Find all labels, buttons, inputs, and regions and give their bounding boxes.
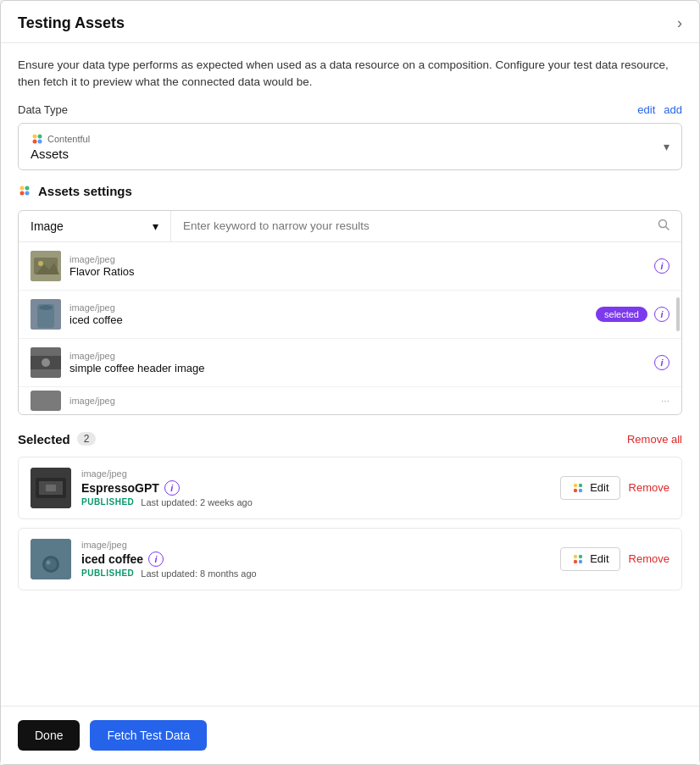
asset-list-item-partial[interactable]: image/jpeg ···	[19, 387, 681, 414]
asset-name: iced coffee	[69, 313, 587, 326]
svg-point-35	[579, 559, 582, 563]
asset-thumbnail	[31, 347, 61, 378]
selected-name: iced coffee	[81, 552, 143, 566]
selected-actions: Edit Remove	[560, 476, 669, 500]
partial-ellipsis-icon: ···	[661, 395, 669, 407]
type-filter-dropdown[interactable]: Image ▾	[19, 211, 171, 241]
asset-name: simple coffee header image	[69, 362, 646, 374]
data-type-row: Data Type edit add	[18, 103, 682, 116]
type-filter-chevron-icon: ▾	[153, 219, 158, 233]
selected-item: image/jpeg iced coffee i PUBLISHED Last …	[18, 528, 682, 590]
panel-footer: Done Fetch Test Data	[1, 706, 699, 764]
last-updated-text: Last updated: 8 months ago	[141, 568, 256, 579]
selected-mime: image/jpeg	[81, 468, 550, 479]
assets-settings-header: Assets settings	[18, 184, 682, 198]
selected-info-icon[interactable]: i	[164, 480, 180, 496]
asset-info: image/jpeg simple coffee header image	[69, 351, 646, 374]
selected-info-icon[interactable]: i	[148, 552, 164, 567]
selected-meta: PUBLISHED Last updated: 8 months ago	[81, 568, 550, 579]
fetch-test-data-button[interactable]: Fetch Test Data	[90, 720, 207, 751]
edit-button[interactable]: Edit	[560, 476, 619, 500]
dropdown-value: Assets	[31, 147, 90, 161]
selected-thumb-inner	[31, 539, 71, 579]
asset-thumbnail	[31, 251, 61, 281]
asset-right: selected i	[596, 307, 669, 322]
panel-header: Testing Assets ›	[1, 1, 699, 43]
svg-point-2	[33, 139, 37, 143]
asset-info-icon[interactable]: i	[654, 258, 669, 274]
remove-button[interactable]: Remove	[629, 552, 669, 565]
settings-box: Image ▾	[18, 210, 682, 415]
svg-point-31	[47, 560, 51, 564]
asset-mime: image/jpeg	[69, 351, 646, 361]
selected-info: image/jpeg EspressoGPT i PUBLISHED Last …	[81, 468, 550, 507]
selected-meta: PUBLISHED Last updated: 2 weeks ago	[81, 497, 550, 507]
type-filter-value: Image	[31, 219, 64, 233]
svg-point-33	[579, 554, 582, 557]
contentful-settings-logo-icon	[18, 184, 31, 197]
selected-thumb-img-icon	[31, 539, 71, 579]
asset-info: image/jpeg Flavor Ratios	[69, 254, 646, 278]
svg-point-26	[574, 488, 577, 491]
dropdown-source: Contentful	[31, 132, 90, 146]
asset-list-item[interactable]: image/jpeg simple coffee header image i	[19, 339, 681, 387]
remove-button[interactable]: Remove	[629, 481, 669, 494]
search-input-wrapper	[171, 211, 681, 241]
add-link[interactable]: add	[664, 103, 682, 116]
asset-list-item[interactable]: image/jpeg Flavor Ratios i	[19, 242, 681, 291]
selected-thumbnail	[31, 539, 71, 579]
collapse-chevron-icon[interactable]: ›	[677, 14, 682, 32]
selected-name-row: EspressoGPT i	[81, 480, 550, 496]
edit-button[interactable]: Edit	[560, 547, 619, 571]
asset-thumb-placeholder-icon	[31, 347, 61, 378]
selected-thumb-img-icon	[31, 468, 71, 508]
data-type-dropdown[interactable]: Contentful Assets ▾	[18, 123, 682, 170]
svg-point-1	[38, 134, 42, 138]
asset-list: image/jpeg Flavor Ratios i	[19, 242, 681, 414]
data-type-actions: edit add	[637, 103, 682, 116]
asset-info-icon[interactable]: i	[654, 307, 669, 322]
dropdown-selector-left: Contentful Assets	[31, 132, 90, 161]
svg-point-7	[25, 191, 30, 196]
selected-item: image/jpeg EspressoGPT i PUBLISHED Last …	[18, 457, 682, 519]
dropdown-chevron-icon: ▾	[664, 140, 669, 153]
done-button[interactable]: Done	[18, 720, 80, 751]
selected-thumb-inner	[31, 468, 71, 508]
asset-list-item[interactable]: image/jpeg iced coffee selected i	[19, 291, 681, 339]
remove-all-button[interactable]: Remove all	[627, 433, 682, 446]
svg-point-34	[574, 559, 577, 563]
edit-contentful-icon	[571, 481, 585, 495]
last-updated-text: Last updated: 2 weeks ago	[141, 497, 252, 507]
panel-body: Ensure your data type performs as expect…	[1, 43, 699, 706]
svg-point-0	[33, 134, 37, 138]
asset-thumb-placeholder-icon	[31, 251, 61, 281]
asset-mime: image/jpeg	[69, 302, 587, 313]
scrollbar-thumb[interactable]	[676, 297, 680, 331]
svg-point-25	[579, 483, 582, 486]
svg-point-12	[38, 261, 43, 266]
svg-point-3	[38, 139, 42, 143]
selected-badge: selected	[596, 307, 647, 322]
edit-btn-label: Edit	[590, 481, 608, 494]
keyword-search-input[interactable]	[183, 219, 651, 232]
svg-point-6	[20, 191, 25, 196]
svg-line-9	[666, 227, 669, 230]
svg-point-4	[20, 186, 25, 191]
svg-point-32	[574, 554, 577, 557]
asset-info: image/jpeg iced coffee	[69, 302, 587, 326]
asset-info: image/jpeg	[69, 396, 653, 406]
selected-actions: Edit Remove	[560, 547, 669, 571]
asset-right: ···	[661, 395, 669, 407]
svg-point-30	[45, 558, 57, 570]
panel-title: Testing Assets	[18, 14, 125, 32]
edit-btn-label: Edit	[590, 552, 608, 565]
asset-name: Flavor Ratios	[69, 265, 646, 278]
asset-mime: image/jpeg	[69, 396, 653, 406]
edit-link[interactable]: edit	[637, 103, 655, 116]
selected-section-title: Selected 2	[18, 432, 96, 446]
asset-info-icon[interactable]: i	[654, 355, 669, 370]
svg-rect-23	[46, 485, 56, 491]
selected-name-row: iced coffee i	[81, 552, 550, 567]
contentful-logo-icon	[31, 132, 44, 146]
svg-point-24	[574, 483, 577, 486]
